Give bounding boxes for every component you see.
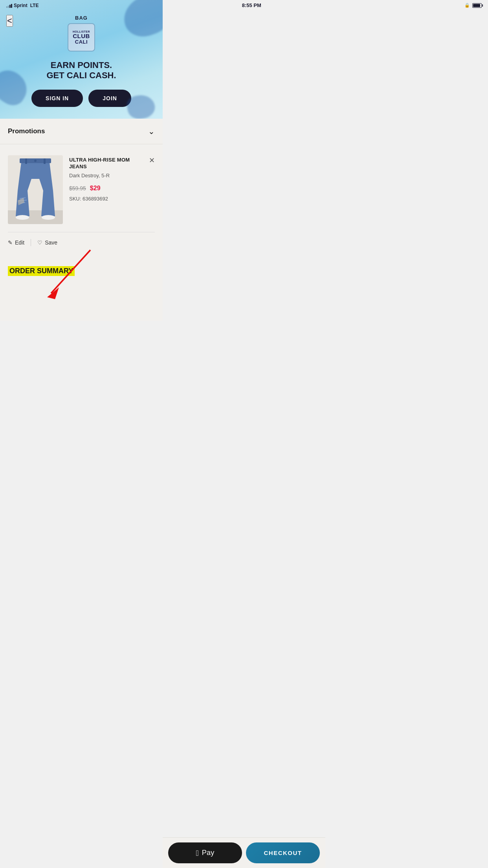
product-row: ULTRA HIGH-RISE MOM JEANS ✕ Dark Destroy…	[8, 155, 155, 224]
save-button[interactable]: ♡ Save	[37, 238, 57, 247]
save-label: Save	[45, 239, 57, 246]
chevron-down-icon: ⌄	[148, 127, 155, 136]
bag-title: BAG	[75, 15, 88, 21]
order-summary-title: ORDER SUMMARY	[8, 266, 75, 276]
svg-point-9	[16, 215, 29, 220]
product-item: ULTRA HIGH-RISE MOM JEANS ✕ Dark Destroy…	[0, 148, 163, 254]
remove-item-button[interactable]: ✕	[149, 157, 155, 164]
promotions-label: Promotions	[8, 127, 45, 135]
svg-point-8	[34, 160, 37, 162]
join-button[interactable]: JOIN	[88, 90, 131, 107]
promotions-row[interactable]: Promotions ⌄	[0, 119, 163, 144]
logo-line2: CLUB	[73, 33, 90, 39]
heart-icon: ♡	[37, 239, 42, 246]
logo-line3: CALI	[75, 39, 88, 45]
svg-rect-6	[25, 158, 27, 164]
svg-rect-7	[44, 158, 46, 164]
product-details: ULTRA HIGH-RISE MOM JEANS ✕ Dark Destroy…	[69, 155, 155, 202]
signal-icon	[6, 3, 12, 8]
hero-section: < BAG HOLLISTER CLUB CALI EARN POINTS. G…	[0, 0, 163, 127]
action-divider	[31, 239, 31, 246]
svg-marker-12	[47, 287, 59, 299]
back-button[interactable]: <	[6, 15, 13, 27]
edit-icon: ✎	[8, 239, 13, 246]
main-content: Promotions ⌄	[0, 119, 163, 321]
product-actions: ✎ Edit ♡ Save	[8, 232, 155, 247]
sale-price: $29	[90, 185, 101, 192]
hollister-club-cali-logo: HOLLISTER CLUB CALI	[68, 23, 95, 51]
edit-label: Edit	[15, 239, 24, 246]
product-pricing: $59.95 $29	[69, 185, 155, 192]
product-name: ULTRA HIGH-RISE MOM JEANS	[69, 157, 146, 170]
svg-point-10	[42, 215, 55, 220]
product-image	[8, 155, 63, 224]
sign-in-button[interactable]: SIGN IN	[31, 90, 83, 107]
product-variant: Dark Destroy, 5-R	[69, 173, 155, 178]
order-summary-container: ORDER SUMMARY	[0, 258, 163, 281]
original-price: $59.95	[69, 185, 86, 191]
order-summary: ORDER SUMMARY	[0, 258, 163, 281]
status-bar: Sprint LTE 8:55 PM 🔒	[0, 0, 163, 11]
hero-tagline: EARN POINTS. GET CALI CASH.	[46, 60, 116, 81]
status-carrier: Sprint LTE	[6, 3, 39, 8]
product-top: ULTRA HIGH-RISE MOM JEANS ✕	[69, 157, 155, 170]
product-sku: SKU: 636893692	[69, 196, 155, 202]
edit-button[interactable]: ✎ Edit	[8, 238, 24, 247]
hero-buttons: SIGN IN JOIN	[31, 90, 131, 107]
